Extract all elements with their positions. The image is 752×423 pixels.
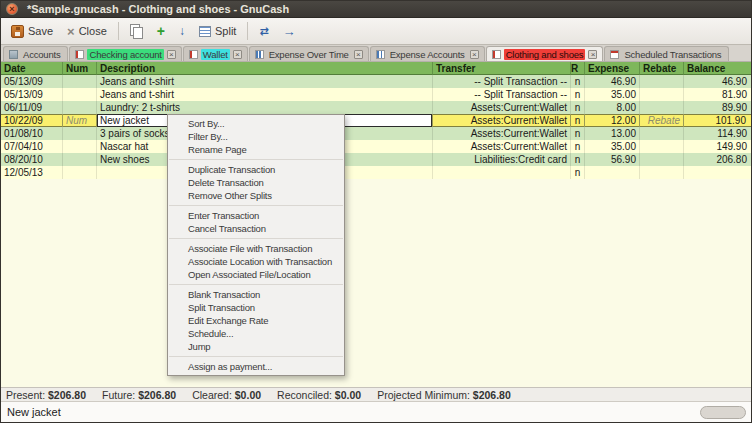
table-row[interactable]: 05/13/09 Jeans and t-shirt -- Split Tran… [1,75,752,88]
close-button[interactable]: × Close [61,22,113,41]
duplicate-transaction-button[interactable] [124,21,149,41]
cell-date[interactable]: 10/22/09 [1,114,63,127]
cell-reconcile[interactable]: n [571,127,585,140]
cell-num[interactable] [63,166,97,179]
cell-expense[interactable]: 12.00 [585,114,640,127]
cell-balance [684,166,752,179]
table-row-selected[interactable]: 10/22/09 Num New jacket Assets:Current:W… [1,114,752,127]
cell-expense[interactable]: 35.00 [585,140,640,153]
menu-item-associate-file[interactable]: Associate File with Transaction [168,242,344,255]
blank-transaction-button[interactable]: + [151,22,171,41]
tab-close-icon[interactable]: × [233,50,242,59]
cell-rebate[interactable] [640,127,684,140]
cell-balance: 89.90 [684,101,752,114]
save-button[interactable]: Save [5,22,59,41]
menu-item-cancel-transaction[interactable]: Cancel Transaction [168,222,344,235]
cell-reconcile[interactable]: n [571,88,585,101]
menu-item-split-transaction[interactable]: Split Transaction [168,301,344,314]
cell-date[interactable]: 06/11/09 [1,101,63,114]
cell-num[interactable]: Num [63,114,97,127]
cell-reconcile[interactable]: n [571,101,585,114]
menu-item-duplicate-transaction[interactable]: Duplicate Transaction [168,163,344,176]
cell-reconcile[interactable]: n [571,75,585,88]
tab-clothing-and-shoes[interactable]: Clothing and shoes × [486,46,604,61]
duplicate-icon [130,24,143,38]
cell-description[interactable]: Jeans and t-shirt [97,75,433,88]
tab-checking-account[interactable]: Checking account × [69,46,181,61]
menu-item-assign-as-payment[interactable]: Assign as payment... [168,360,344,373]
table-row[interactable]: 05/13/09 Jeans and t-shirt -- Split Tran… [1,88,752,101]
cell-rebate[interactable] [640,75,684,88]
menu-item-sort-by[interactable]: Sort By... [168,117,344,130]
cell-transfer[interactable]: -- Split Transaction -- [433,88,571,101]
cell-rebate[interactable] [640,166,684,179]
cell-rebate[interactable] [640,153,684,166]
cell-date[interactable]: 12/05/13 [1,166,63,179]
menu-item-filter-by[interactable]: Filter By... [168,130,344,143]
cell-expense[interactable] [585,166,640,179]
menu-item-jump[interactable]: Jump [168,340,344,353]
cell-rebate[interactable] [640,140,684,153]
transfer-button[interactable]: ⇄ [253,22,274,41]
cell-num[interactable] [63,88,97,101]
cell-transfer[interactable]: Assets:Current:Wallet [433,140,571,153]
cell-expense[interactable]: 13.00 [585,127,640,140]
menu-item-edit-exchange-rate[interactable]: Edit Exchange Rate [168,314,344,327]
menu-item-blank-transaction[interactable]: Blank Transaction [168,288,344,301]
cell-rebate[interactable]: Rebate [640,114,684,127]
cell-num[interactable] [63,101,97,114]
tab-scheduled-transactions[interactable]: Scheduled Transactions [604,46,729,61]
cell-num[interactable] [63,75,97,88]
cell-transfer[interactable]: Assets:Current:Wallet [433,101,571,114]
jump-button[interactable]: → [277,22,302,41]
cell-transfer[interactable]: Liabilities:Credit card [433,153,571,166]
cell-description[interactable]: Laundry: 2 t-shirts [97,101,433,114]
cell-reconcile[interactable]: n [571,166,585,179]
cell-transfer[interactable]: Assets:Current:Wallet [433,114,571,127]
table-row[interactable]: 06/11/09 Laundry: 2 t-shirts Assets:Curr… [1,101,752,114]
menu-item-schedule[interactable]: Schedule... [168,327,344,340]
cell-transfer[interactable] [433,166,571,179]
split-button[interactable]: Split [193,22,242,40]
cell-reconcile[interactable]: n [571,153,585,166]
tab-close-icon[interactable]: × [470,50,479,59]
tab-close-icon[interactable]: × [588,50,597,59]
cell-transfer[interactable]: Assets:Current:Wallet [433,127,571,140]
menu-item-delete-transaction[interactable]: Delete Transaction [168,176,344,189]
cell-reconcile[interactable]: n [571,140,585,153]
cell-date[interactable]: 05/13/09 [1,88,63,101]
tab-wallet[interactable]: Wallet × [183,46,248,61]
menu-item-remove-other-splits[interactable]: Remove Other Splits [168,189,344,202]
tab-close-icon[interactable]: × [354,50,363,59]
cell-rebate[interactable] [640,88,684,101]
cell-num[interactable] [63,140,97,153]
menu-item-enter-transaction[interactable]: Enter Transaction [168,209,344,222]
table-row[interactable]: 08/20/10 New shoes Liabilities:Credit ca… [1,153,752,166]
table-row[interactable]: 12/05/13 n [1,166,752,179]
table-row[interactable]: 07/04/10 Nascar hat Assets:Current:Walle… [1,140,752,153]
cell-reconcile[interactable]: n [571,114,585,127]
cell-expense[interactable]: 46.90 [585,75,640,88]
cell-expense[interactable]: 8.00 [585,101,640,114]
cell-date[interactable]: 01/08/10 [1,127,63,140]
tab-close-icon[interactable]: × [167,50,176,59]
tab-accounts[interactable]: Accounts [3,46,68,61]
tab-expense-accounts[interactable]: Expense Accounts × [370,46,485,61]
cell-expense[interactable]: 35.00 [585,88,640,101]
cell-num[interactable] [63,127,97,140]
table-row[interactable]: 01/08/10 3 pairs of socks Assets:Current… [1,127,752,140]
cell-date[interactable]: 08/20/10 [1,153,63,166]
tab-expense-over-time[interactable]: Expense Over Time × [249,46,369,61]
cell-date[interactable]: 05/13/09 [1,75,63,88]
enter-transaction-button[interactable]: ↓ [173,22,191,41]
menu-item-rename-page[interactable]: Rename Page [168,143,344,156]
cell-transfer[interactable]: -- Split Transaction -- [433,75,571,88]
window-close-button[interactable]: × [6,3,18,15]
cell-rebate[interactable] [640,101,684,114]
menu-item-open-associated[interactable]: Open Associated File/Location [168,268,344,281]
cell-num[interactable] [63,153,97,166]
menu-item-associate-location[interactable]: Associate Location with Transaction [168,255,344,268]
cell-date[interactable]: 07/04/10 [1,140,63,153]
cell-description[interactable]: Jeans and t-shirt [97,88,433,101]
cell-expense[interactable]: 56.90 [585,153,640,166]
